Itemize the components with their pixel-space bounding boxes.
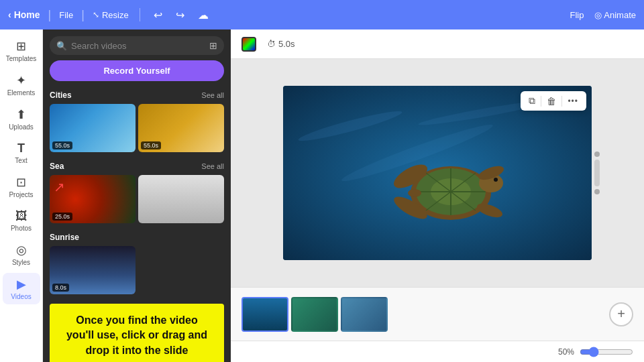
- search-input[interactable]: [71, 41, 203, 51]
- sidebar-item-templates[interactable]: ⊞ Templates: [3, 35, 40, 66]
- scroll-controls: [594, 152, 600, 194]
- nav-divider: [140, 8, 140, 21]
- toolbar-sep-2: [561, 96, 562, 107]
- cities-title: Cities: [50, 90, 72, 100]
- toolbar-sep: [541, 96, 541, 107]
- nav-home-button[interactable]: ‹ Home: [8, 9, 40, 20]
- scroll-track: [594, 160, 600, 186]
- home-label[interactable]: Home: [14, 9, 40, 20]
- cities-video-2-duration: 55.0s: [141, 141, 161, 149]
- time-value: 5.0s: [278, 39, 295, 49]
- nav-resize-button[interactable]: ⤡ Resize: [93, 10, 129, 20]
- sea-video-grid: ↗ 25.0s: [43, 175, 231, 230]
- videos-icon: ▶: [17, 277, 26, 292]
- sunrise-video-1[interactable]: 8.0s: [50, 246, 136, 294]
- nav-right-group: Flip ◎ Animate: [570, 10, 636, 20]
- redo-button[interactable]: ↪: [173, 6, 187, 24]
- text-label: Text: [15, 157, 27, 164]
- canvas-slide-area: ⧉ 🗑 •••: [231, 59, 644, 287]
- videos-label: Videos: [11, 293, 31, 300]
- photos-icon: 🖼: [15, 209, 28, 223]
- panel-scroll-area[interactable]: Cities See all 55.0s 55.0s Sea See all: [43, 88, 231, 362]
- sidebar-item-uploads[interactable]: ⬆ Uploads: [3, 103, 40, 135]
- slide-background[interactable]: ⧉ 🗑 •••: [283, 86, 592, 260]
- uploads-icon: ⬆: [16, 107, 26, 122]
- nav-file-button[interactable]: File: [59, 10, 73, 20]
- resize-label: Resize: [102, 10, 129, 20]
- timeline-thumb-1[interactable]: [241, 297, 288, 332]
- filter-button[interactable]: ⊞: [209, 40, 217, 51]
- save-cloud-button[interactable]: ☁: [195, 6, 211, 24]
- nav-separator: |: [48, 8, 52, 22]
- cities-see-all[interactable]: See all: [201, 91, 224, 99]
- templates-icon: ⊞: [16, 39, 26, 54]
- uploads-label: Uploads: [9, 123, 34, 131]
- nav-left-group: ‹ Home | File | ⤡ Resize ↩ ↪ ☁: [8, 6, 211, 24]
- sidebar-item-photos[interactable]: 🖼 Photos: [3, 205, 40, 236]
- nav-animate-button[interactable]: ◎ Animate: [594, 10, 636, 20]
- color-square-icon: [241, 37, 256, 52]
- timeline-scroll: [241, 297, 604, 332]
- icon-sidebar: ⊞ Templates ✦ Elements ⬆ Uploads T Text …: [0, 29, 43, 362]
- cities-video-1-duration: 55.0s: [52, 141, 72, 149]
- timeline-area: +: [231, 287, 644, 341]
- cities-video-grid: 55.0s 55.0s: [43, 104, 231, 159]
- search-icon: 🔍: [56, 41, 67, 51]
- sidebar-item-styles[interactable]: ◎ Styles: [3, 239, 40, 270]
- record-yourself-button[interactable]: Record Yourself: [50, 60, 224, 81]
- clock-icon: ⏱: [267, 39, 276, 49]
- scroll-up-icon[interactable]: [594, 152, 600, 157]
- sea-section-header: Sea See all: [43, 159, 231, 175]
- animate-icon: ◎: [594, 10, 602, 20]
- scroll-down-icon[interactable]: [594, 189, 600, 194]
- nav-flip-button[interactable]: Flip: [570, 10, 584, 20]
- timeline-thumb-2[interactable]: [291, 297, 338, 332]
- turtle-svg: [283, 86, 592, 260]
- svg-point-12: [494, 178, 498, 182]
- cities-video-2[interactable]: 55.0s: [138, 104, 224, 152]
- sea-video-2[interactable]: [138, 175, 224, 223]
- video-panel: 🔍 ⊞ Record Yourself Cities See all 55.0s…: [43, 29, 231, 362]
- color-picker-button[interactable]: [241, 37, 256, 52]
- elements-icon: ✦: [16, 73, 26, 88]
- templates-label: Templates: [6, 55, 37, 62]
- sidebar-item-text[interactable]: T Text: [3, 137, 40, 168]
- sea-video-1-duration: 25.0s: [52, 213, 72, 221]
- sunrise-section-header: Sunrise: [43, 230, 231, 246]
- play-arrow-icon: ↗: [54, 179, 65, 195]
- nav-separator-2: |: [81, 8, 85, 22]
- sidebar-item-elements[interactable]: ✦ Elements: [3, 69, 40, 101]
- add-slide-button[interactable]: +: [609, 302, 633, 326]
- sidebar-item-projects[interactable]: ⊡ Projects: [3, 171, 40, 202]
- text-icon: T: [17, 141, 25, 156]
- undo-button[interactable]: ↩: [151, 6, 165, 24]
- zoom-slider[interactable]: [580, 347, 633, 357]
- more-options-button[interactable]: •••: [565, 95, 581, 107]
- projects-icon: ⊡: [16, 175, 26, 190]
- main-content: ⊞ Templates ✦ Elements ⬆ Uploads T Text …: [0, 29, 644, 362]
- sea-video-1[interactable]: ↗ 25.0s: [50, 175, 136, 223]
- status-bar: 50%: [231, 341, 644, 362]
- svg-point-17: [408, 189, 421, 197]
- sea-title: Sea: [50, 162, 64, 171]
- elements-label: Elements: [7, 89, 36, 97]
- projects-label: Projects: [9, 191, 33, 198]
- copy-button[interactable]: ⧉: [526, 94, 538, 108]
- canvas-area: ⏱ 5.0s: [231, 29, 644, 362]
- float-toolbar: ⧉ 🗑 •••: [521, 91, 586, 111]
- styles-icon: ◎: [16, 243, 27, 257]
- timeline-thumb-3[interactable]: [341, 297, 388, 332]
- chevron-left-icon: ‹: [8, 9, 11, 20]
- file-label: File: [59, 10, 73, 20]
- cities-video-1[interactable]: 55.0s: [50, 104, 136, 152]
- sunrise-video-grid: 8.0s: [43, 246, 231, 301]
- photos-label: Photos: [11, 225, 32, 232]
- top-navigation: ‹ Home | File | ⤡ Resize ↩ ↪ ☁ Flip ◎ An…: [0, 0, 644, 29]
- search-bar: 🔍 ⊞: [50, 36, 224, 55]
- slide-container: ⧉ 🗑 •••: [283, 86, 592, 260]
- styles-label: Styles: [12, 259, 30, 266]
- callout-text: Once you find the video you'll use, clic…: [66, 314, 207, 356]
- sidebar-item-videos[interactable]: ▶ Videos: [3, 273, 40, 304]
- delete-button[interactable]: 🗑: [544, 95, 559, 108]
- sea-see-all[interactable]: See all: [201, 162, 224, 170]
